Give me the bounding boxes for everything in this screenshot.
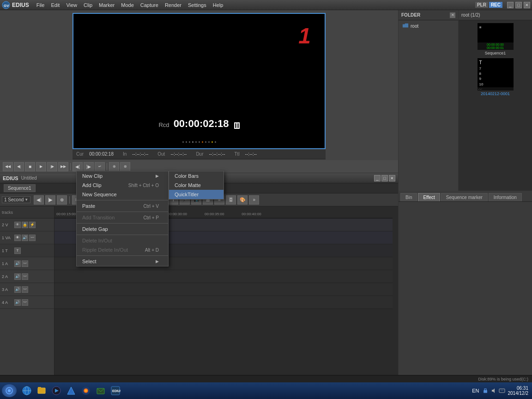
play-button[interactable]: ▶	[36, 162, 46, 171]
track-empty-area[interactable]	[54, 309, 393, 377]
menu-capture[interactable]: Capture	[138, 1, 161, 9]
minimize-button[interactable]: _	[507, 2, 514, 8]
track-name-1a: 1 A	[2, 261, 13, 266]
edius2-close[interactable]: ✕	[389, 175, 395, 181]
ctx-add-clip[interactable]: Add Clip Shift + Ctrl + O	[77, 181, 168, 190]
tab-sequence-marker[interactable]: Sequence marker	[441, 193, 488, 201]
clip-label[interactable]: 20140212-0001	[481, 91, 510, 96]
ctx-paste[interactable]: Paste Ctrl + V	[77, 201, 168, 211]
taskbar-nav[interactable]	[65, 384, 78, 397]
tl-more[interactable]: »	[249, 195, 259, 205]
prev-frame-button[interactable]: ◀|	[14, 162, 24, 171]
menu-render[interactable]: Render	[162, 1, 184, 9]
track-controls-2v: 👁 🔒 ⚡	[14, 222, 36, 228]
ctx-new-clip[interactable]: New Clip ▶	[77, 171, 168, 181]
track-3a-mic[interactable]: 🔊	[14, 286, 21, 293]
tl-color[interactable]: 🎨	[237, 195, 248, 205]
track-2a-mic[interactable]: 🔊	[14, 273, 21, 280]
insert-button[interactable]: ⊕	[109, 162, 119, 171]
track-1a-wave[interactable]: 〰	[22, 260, 28, 267]
taskbar-media[interactable]	[50, 384, 63, 397]
folder-close-button[interactable]: ✕	[450, 12, 455, 18]
app-logo: GV	[2, 1, 10, 9]
menu-clip[interactable]: Clip	[81, 1, 95, 9]
toolbar-sep-1	[70, 163, 71, 170]
taskbar-right: EN 06:31 2014/12/2	[472, 386, 530, 396]
track-controls-3a: 🔊 〰	[14, 286, 28, 293]
start-button[interactable]	[2, 384, 17, 397]
tab-effect[interactable]: Effect	[418, 193, 440, 201]
taskbar-browser[interactable]	[20, 384, 33, 397]
menu-view[interactable]: View	[63, 1, 80, 9]
mark-out-button[interactable]: }▶	[84, 162, 94, 171]
track-4a-mic[interactable]: 🔊	[14, 299, 21, 306]
new-clip-submenu: Color Bars Color Matte QuickTitler	[169, 171, 224, 200]
tl-sep-1	[69, 196, 70, 204]
track-label-2a: 2 A 🔊 〰	[0, 270, 54, 283]
track-2v-sync[interactable]: ⚡	[29, 222, 36, 228]
submenu-quick-titler[interactable]: QuickTitler	[169, 190, 224, 199]
submenu-color-bars[interactable]: Color Bars	[169, 171, 224, 181]
taskbar-language: EN	[472, 388, 479, 393]
timescale-selector[interactable]: 1 Second ▼	[2, 196, 30, 203]
mark-in-button[interactable]: ◀{	[73, 162, 83, 171]
track-4a-wave[interactable]: 〰	[22, 299, 28, 306]
menu-mode[interactable]: Mode	[118, 1, 137, 9]
rewind-button[interactable]: ◀◀	[3, 162, 13, 171]
ctx-sep-1	[77, 200, 168, 200]
context-menu: New Clip ▶ Add Clip Shift + Ctrl + O New…	[76, 171, 169, 266]
track-content-3a[interactable]	[54, 283, 393, 296]
maximize-button[interactable]: □	[515, 2, 522, 8]
track-1va-vol[interactable]: 🔊	[22, 235, 28, 241]
goto-in-button[interactable]: ↵	[95, 162, 105, 171]
ts-mark-5: 00:00:35:00	[205, 212, 224, 216]
menu-marker[interactable]: Marker	[96, 1, 117, 9]
tl-mixer[interactable]: 🎛	[226, 195, 236, 205]
ctx-delete-gap[interactable]: Delete Gap	[77, 224, 168, 234]
edius2-maximize[interactable]: □	[381, 175, 388, 181]
sequence1-thumbnail[interactable]: ≡ 00:00:00:0000:00:00:01	[478, 23, 514, 50]
tl-btn-3[interactable]: ⊕	[57, 195, 67, 205]
fast-forward-button[interactable]: ▶▶	[58, 162, 68, 171]
taskbar-email[interactable]	[94, 384, 107, 397]
ctx-new-sequence[interactable]: New Sequence	[77, 190, 168, 199]
tl-btn-2[interactable]: |▶	[45, 195, 55, 205]
ctx-new-clip-arrow: ▶	[156, 174, 159, 178]
next-frame-button[interactable]: |▶	[47, 162, 57, 171]
track-content-2a[interactable]	[54, 270, 393, 283]
sequence-tab[interactable]: Sequence1	[4, 184, 36, 192]
edius2-minimize[interactable]: _	[374, 175, 381, 181]
vertical-scrollbar[interactable]	[393, 206, 398, 377]
track-1va-wave[interactable]: 〰	[29, 235, 36, 241]
close-button[interactable]: ✕	[524, 2, 530, 8]
track-1va-eye[interactable]: 👁	[14, 235, 21, 241]
submenu-color-matte[interactable]: Color Matte	[169, 181, 224, 190]
menu-file[interactable]: File	[34, 1, 48, 9]
taskbar-edius[interactable]: EDIUS	[109, 384, 122, 397]
menu-edit[interactable]: Edit	[48, 1, 62, 9]
clip-thumbnail[interactable]: T 78910-- -·-·	[478, 58, 514, 91]
track-1a-mic[interactable]: 🔊	[14, 260, 21, 267]
track-label-header: tracks	[0, 206, 54, 218]
track-2v-lock[interactable]: 🔒	[22, 222, 28, 228]
tab-information[interactable]: Information	[489, 193, 522, 201]
overwrite-button[interactable]: ⊗	[120, 162, 130, 171]
stop-button[interactable]: ■	[25, 162, 35, 171]
track-3a-wave[interactable]: 〰	[22, 286, 28, 293]
preview-screen: 1 Rcd 00:00:02:18	[73, 13, 326, 149]
submenu-quick-titler-label: QuickTitler	[175, 192, 199, 197]
folder-root-item[interactable]: root	[400, 22, 456, 30]
track-2a-wave[interactable]: 〰	[22, 273, 28, 280]
taskbar-firefox[interactable]	[79, 384, 92, 397]
menu-help[interactable]: Help	[210, 1, 226, 9]
menu-settings[interactable]: Settings	[185, 1, 209, 9]
ctx-select[interactable]: Select ▶	[77, 257, 168, 266]
ctx-paste-label: Paste	[82, 203, 95, 209]
track-content-4a[interactable]	[54, 296, 393, 309]
tab-bin[interactable]: Bin	[400, 193, 417, 201]
track-label-4a: 4 A 🔊 〰	[0, 296, 54, 309]
taskbar-explorer[interactable]	[35, 384, 48, 397]
track-2v-eye[interactable]: 👁	[14, 222, 21, 228]
tl-btn-1[interactable]: ◀|	[34, 195, 44, 205]
track-1t-btn[interactable]: T	[14, 248, 21, 254]
